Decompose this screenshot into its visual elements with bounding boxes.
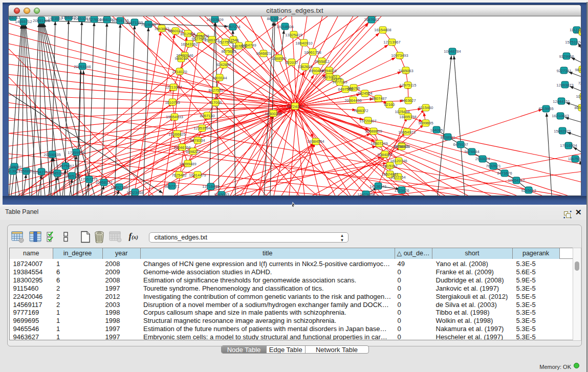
svg-text:9777169: 9777169 <box>332 79 347 84</box>
svg-text:989012: 989012 <box>175 56 187 60</box>
svg-text:19166825: 19166825 <box>168 132 185 136</box>
svg-text:15720407: 15720407 <box>359 118 376 123</box>
svg-text:19654933: 19654933 <box>166 114 183 119</box>
svg-text:6479197: 6479197 <box>453 142 468 146</box>
svg-text:12213367: 12213367 <box>165 84 182 89</box>
svg-text:9329966: 9329966 <box>559 54 574 58</box>
svg-text:12923468: 12923468 <box>357 192 374 195</box>
svg-text:16154808: 16154808 <box>374 27 391 32</box>
svg-text:822037: 822037 <box>285 60 298 64</box>
svg-text:1610755: 1610755 <box>165 100 180 104</box>
svg-text:18495758: 18495758 <box>399 114 416 119</box>
svg-text:8675685: 8675685 <box>221 49 236 53</box>
svg-text:8652201: 8652201 <box>574 105 581 110</box>
svg-text:5878334: 5878334 <box>190 138 205 142</box>
svg-text:7886372: 7886372 <box>353 108 368 113</box>
svg-text:2803144: 2803144 <box>212 75 227 80</box>
svg-text:3824554: 3824554 <box>357 91 372 95</box>
svg-text:12905135: 12905135 <box>63 173 80 178</box>
svg-text:18807249: 18807249 <box>371 141 387 145</box>
svg-text:12093873: 12093873 <box>556 82 573 87</box>
svg-text:10958137: 10958137 <box>95 180 112 184</box>
svg-text:1156829: 1156829 <box>19 168 34 173</box>
svg-text:13325419: 13325419 <box>285 32 302 37</box>
svg-text:164095: 164095 <box>430 127 443 132</box>
svg-text:16961758: 16961758 <box>304 50 321 54</box>
svg-text:16782759: 16782759 <box>111 185 127 189</box>
svg-text:9756928: 9756928 <box>394 144 409 148</box>
svg-text:17016504: 17016504 <box>560 143 577 147</box>
svg-text:19218506: 19218506 <box>276 24 293 29</box>
svg-text:10807487: 10807487 <box>369 96 386 100</box>
svg-text:7515526: 7515526 <box>141 22 156 27</box>
svg-text:7955812: 7955812 <box>314 59 329 63</box>
svg-text:1345194: 1345194 <box>50 170 64 175</box>
svg-text:2718170: 2718170 <box>172 69 187 74</box>
svg-text:2273224: 2273224 <box>575 29 581 34</box>
svg-text:7663822: 7663822 <box>154 26 169 31</box>
svg-text:6497568: 6497568 <box>338 86 353 91</box>
svg-text:9699695: 9699695 <box>418 120 433 125</box>
svg-text:17359938: 17359938 <box>68 150 84 155</box>
svg-text:14136141: 14136141 <box>369 184 386 188</box>
svg-text:12923468: 12923468 <box>126 190 143 194</box>
svg-text:9227341: 9227341 <box>556 68 571 73</box>
svg-text:16543362: 16543362 <box>181 41 198 46</box>
svg-text:8938911: 8938911 <box>441 135 455 139</box>
svg-text:18724007: 18724007 <box>286 104 303 108</box>
svg-text:7632621: 7632621 <box>486 163 500 168</box>
svg-text:9115460: 9115460 <box>419 105 433 110</box>
svg-text:13716485: 13716485 <box>202 184 219 188</box>
svg-text:7625402: 7625402 <box>171 172 186 177</box>
svg-text:8471676: 8471676 <box>497 170 512 175</box>
svg-text:23975867: 23975867 <box>57 163 74 168</box>
svg-text:15692971: 15692971 <box>554 128 571 133</box>
svg-text:18300295: 18300295 <box>265 111 281 116</box>
svg-text:10973493: 10973493 <box>391 53 408 57</box>
svg-text:14055712: 14055712 <box>15 19 32 24</box>
svg-text:7235112: 7235112 <box>578 80 581 85</box>
svg-text:7485063: 7485063 <box>398 68 413 73</box>
svg-text:1733426: 1733426 <box>394 188 409 192</box>
svg-text:2933114: 2933114 <box>475 156 490 161</box>
svg-text:1522754: 1522754 <box>577 42 581 47</box>
svg-text:12444151: 12444151 <box>553 99 570 103</box>
svg-text:1167534: 1167534 <box>568 156 581 161</box>
svg-text:9646821: 9646821 <box>256 51 271 55</box>
svg-text:1815152: 1815152 <box>382 163 397 168</box>
svg-text:20206535: 20206535 <box>43 152 60 157</box>
svg-text:8427552: 8427552 <box>208 87 223 92</box>
svg-text:20053346: 20053346 <box>74 64 91 69</box>
svg-text:5498222: 5498222 <box>185 149 200 154</box>
svg-text:9463627: 9463627 <box>401 98 416 102</box>
svg-text:16120746: 16120746 <box>390 158 407 163</box>
svg-text:8267130: 8267130 <box>200 113 214 118</box>
svg-text:9242848: 9242848 <box>216 62 231 67</box>
svg-text:1903557: 1903557 <box>48 16 62 21</box>
svg-text:12975115: 12975115 <box>400 82 417 87</box>
svg-text:9827545: 9827545 <box>575 67 581 72</box>
svg-text:17546: 17546 <box>228 37 239 42</box>
svg-text:417006: 417006 <box>209 100 222 104</box>
svg-text:19384554: 19384554 <box>307 139 324 143</box>
svg-text:10688609: 10688609 <box>365 128 382 133</box>
svg-text:8813054: 8813054 <box>267 16 281 21</box>
svg-text:12942757: 12942757 <box>33 169 50 174</box>
svg-text:14099489: 14099489 <box>179 161 196 166</box>
svg-text:2522154: 2522154 <box>390 174 405 179</box>
svg-text:16914479: 16914479 <box>189 172 206 177</box>
svg-text:12353594: 12353594 <box>193 125 210 130</box>
svg-text:9084067: 9084067 <box>377 152 392 157</box>
svg-text:20364436: 20364436 <box>344 98 361 102</box>
svg-text:1588520: 1588520 <box>271 56 286 60</box>
svg-text:8215955: 8215955 <box>538 106 553 111</box>
svg-text:16210643: 16210643 <box>552 113 569 118</box>
svg-text:12213967: 12213967 <box>383 39 400 44</box>
svg-text:1025438: 1025438 <box>395 109 409 114</box>
svg-text:9245612: 9245612 <box>521 188 536 192</box>
svg-text:16033809: 16033809 <box>206 17 223 21</box>
svg-text:8186323: 8186323 <box>204 37 219 42</box>
svg-text:62160: 62160 <box>384 102 395 106</box>
svg-text:10654112: 10654112 <box>508 178 525 182</box>
svg-text:9857771: 9857771 <box>164 184 179 188</box>
